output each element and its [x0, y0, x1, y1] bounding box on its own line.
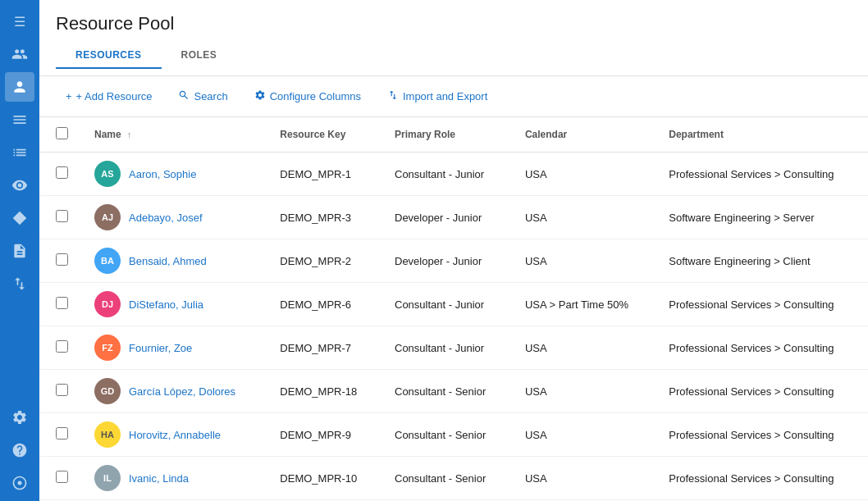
arrows-icon[interactable]: [5, 269, 34, 298]
select-all-header[interactable]: [39, 117, 81, 153]
list-icon[interactable]: [5, 105, 34, 134]
resource-key-cell: DEMO_MPR-3: [267, 196, 381, 239]
table-body: AS Aaron, Sophie DEMO_MPR-1 Consultant -…: [39, 153, 868, 502]
name-cell: AJ Adebayo, Josef: [81, 196, 267, 239]
select-all-checkbox[interactable]: [56, 127, 68, 139]
resource-key-cell: DEMO_MPR-6: [267, 283, 381, 326]
table-row: IL Ivanic, Linda DEMO_MPR-10 Consultant …: [39, 457, 868, 500]
resource-key-cell: DEMO_MPR-7: [267, 326, 381, 370]
resource-key-cell: DEMO_MPR-2: [267, 239, 381, 283]
resource-key-cell: DEMO_MPR-18: [267, 370, 381, 413]
row-checkbox[interactable]: [56, 253, 68, 266]
primary-role-cell: Consultant - Senior: [381, 457, 512, 500]
calendar-cell: USA: [512, 413, 656, 457]
diamond-icon[interactable]: [5, 203, 34, 233]
row-checkbox-cell[interactable]: [39, 370, 81, 413]
department-cell: Software Engineering > Client: [656, 239, 868, 283]
row-checkbox-cell[interactable]: [39, 326, 81, 370]
resource-name-link[interactable]: Bensaid, Ahmed: [129, 255, 207, 267]
search-icon: [178, 89, 190, 103]
name-cell: HA Horovitz, Annabelle: [81, 413, 267, 457]
table-row: HA Horovitz, Annabelle DEMO_MPR-9 Consul…: [39, 413, 868, 457]
row-checkbox-cell[interactable]: [39, 196, 81, 239]
table-row: AJ Adebayo, Josef DEMO_MPR-3 Developer -…: [39, 196, 868, 239]
primary-role-column-header: Primary Role: [381, 117, 512, 153]
row-checkbox-cell[interactable]: [39, 413, 81, 457]
calendar-cell: USA > Part Time 50%: [512, 283, 656, 326]
main-content: Resource Pool RESOURCES ROLES + + Add Re…: [39, 0, 868, 501]
row-checkbox[interactable]: [56, 384, 68, 396]
add-resource-button[interactable]: + + Add Resource: [56, 85, 162, 107]
row-checkbox-cell[interactable]: [39, 457, 81, 500]
resource-name-link[interactable]: DiStefano, Julia: [129, 298, 203, 311]
table-container: Name ↑ Resource Key Primary Role Calenda…: [39, 117, 868, 501]
name-cell: DJ DiStefano, Julia: [81, 283, 267, 326]
menu-icon[interactable]: ☰: [5, 7, 34, 36]
file-icon[interactable]: [5, 236, 34, 266]
question-icon[interactable]: [5, 435, 34, 465]
row-checkbox[interactable]: [56, 427, 68, 440]
name-cell: BA Bensaid, Ahmed: [81, 239, 267, 283]
page-title: Resource Pool: [56, 13, 852, 34]
department-cell: Software Engineering > Server: [656, 196, 868, 239]
resource-key-cell: DEMO_MPR-1: [267, 153, 381, 196]
calendar-cell: USA: [512, 457, 656, 500]
name-cell: GD García López, Dolores: [81, 370, 267, 413]
primary-role-cell: Consultant - Senior: [381, 370, 512, 413]
department-cell: Professional Services > Consulting: [656, 413, 868, 457]
resource-name-link[interactable]: Adebayo, Josef: [129, 212, 203, 224]
name-column-header[interactable]: Name ↑: [81, 117, 267, 153]
table-row: AS Aaron, Sophie DEMO_MPR-1 Consultant -…: [39, 153, 868, 196]
search-button[interactable]: Search: [168, 84, 237, 108]
row-checkbox[interactable]: [56, 340, 68, 353]
row-checkbox[interactable]: [56, 210, 68, 222]
department-cell: Professional Services > Consulting: [656, 326, 868, 370]
eye-icon[interactable]: [5, 171, 34, 200]
calendar-cell: USA: [512, 326, 656, 370]
row-checkbox[interactable]: [56, 166, 68, 179]
sidebar: ☰: [0, 0, 39, 501]
avatar: GD: [94, 378, 121, 404]
row-checkbox-cell[interactable]: [39, 239, 81, 283]
people-group-icon[interactable]: [5, 39, 34, 69]
import-export-button[interactable]: Import and Export: [377, 84, 497, 108]
row-checkbox-cell[interactable]: [39, 153, 81, 196]
circle-dot-icon[interactable]: [5, 468, 34, 498]
primary-role-cell: Developer - Junior: [381, 196, 512, 239]
page-header: Resource Pool RESOURCES ROLES: [39, 0, 868, 76]
avatar: AS: [94, 161, 121, 187]
primary-role-cell: Developer - Junior: [381, 239, 512, 283]
avatar: FZ: [94, 335, 121, 361]
row-checkbox[interactable]: [56, 297, 68, 309]
resource-name-link[interactable]: García López, Dolores: [129, 385, 235, 398]
chart-icon[interactable]: [5, 138, 34, 167]
name-cell: IL Ivanic, Linda: [81, 457, 267, 500]
avatar: IL: [94, 465, 121, 491]
tab-roles[interactable]: ROLES: [162, 43, 237, 69]
department-cell: Professional Services > Consulting: [656, 370, 868, 413]
resource-name-link[interactable]: Aaron, Sophie: [129, 168, 196, 180]
resource-key-cell: DEMO_MPR-9: [267, 413, 381, 457]
name-cell: FZ Fournier, Zoe: [81, 326, 267, 370]
table-row: DJ DiStefano, Julia DEMO_MPR-6 Consultan…: [39, 283, 868, 326]
person-icon[interactable]: [5, 72, 34, 102]
calendar-cell: USA: [512, 239, 656, 283]
configure-columns-button[interactable]: Configure Columns: [244, 84, 371, 108]
tab-resources[interactable]: RESOURCES: [56, 43, 162, 69]
tab-bar: RESOURCES ROLES: [56, 43, 852, 69]
department-cell: Professional Services > Consulting: [656, 153, 868, 196]
resource-name-link[interactable]: Horovitz, Annabelle: [129, 429, 221, 441]
row-checkbox-cell[interactable]: [39, 283, 81, 326]
name-cell: AS Aaron, Sophie: [81, 153, 267, 196]
toolbar: + + Add Resource Search Configure Column…: [39, 76, 868, 117]
gear-icon[interactable]: [5, 403, 34, 432]
department-cell: Professional Services > Consulting: [656, 457, 868, 500]
resource-name-link[interactable]: Fournier, Zoe: [129, 342, 192, 354]
resource-name-link[interactable]: Ivanic, Linda: [129, 472, 189, 485]
avatar: DJ: [94, 291, 121, 317]
resource-key-cell: DEMO_MPR-10: [267, 457, 381, 500]
table-row: BA Bensaid, Ahmed DEMO_MPR-2 Developer -…: [39, 239, 868, 283]
configure-icon: [254, 89, 266, 103]
resource-key-column-header: Resource Key: [267, 117, 381, 153]
row-checkbox[interactable]: [56, 471, 68, 483]
